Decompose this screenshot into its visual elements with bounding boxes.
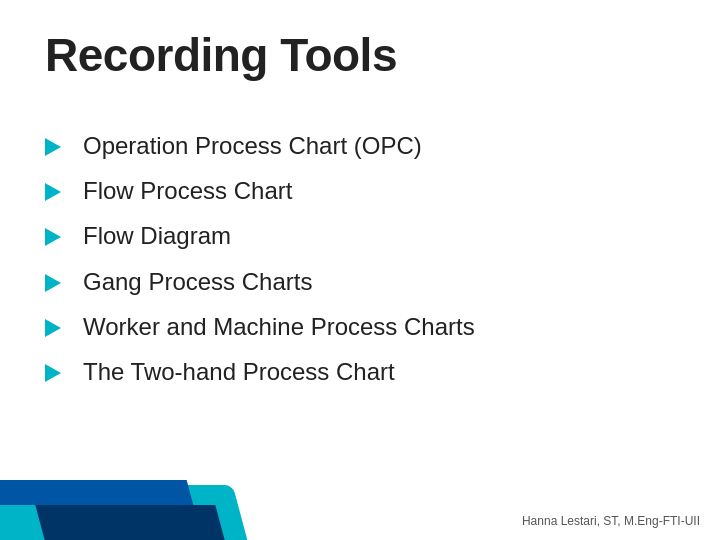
deco-teal-shape [0,485,247,540]
bullet-text: Flow Diagram [83,220,231,251]
bullet-list: Operation Process Chart (OPC)Flow Proces… [45,130,475,401]
bullet-text: The Two-hand Process Chart [83,356,395,387]
bullet-text: Operation Process Chart (OPC) [83,130,422,161]
decoration-bottom [0,460,300,540]
bullet-item: Flow Diagram [45,220,475,251]
bullet-item: Flow Process Chart [45,175,475,206]
bullet-arrow-icon [45,313,73,341]
footer-credit: Hanna Lestari, ST, M.Eng-FTI-UII [522,514,700,528]
bullet-text: Flow Process Chart [83,175,292,206]
bullet-text: Gang Process Charts [83,266,312,297]
slide: Recording Tools Operation Process Chart … [0,0,720,540]
bullet-item: Gang Process Charts [45,266,475,297]
bullet-item: Operation Process Chart (OPC) [45,130,475,161]
slide-title: Recording Tools [45,28,397,82]
bullet-arrow-icon [45,268,73,296]
deco-blue-mid-shape [0,480,193,505]
bullet-arrow-icon [45,358,73,386]
deco-blue-dark-shape [35,505,224,540]
bullet-arrow-icon [45,132,73,160]
bullet-item: The Two-hand Process Chart [45,356,475,387]
bullet-text: Worker and Machine Process Charts [83,311,475,342]
bullet-arrow-icon [45,222,73,250]
bullet-arrow-icon [45,177,73,205]
bullet-item: Worker and Machine Process Charts [45,311,475,342]
